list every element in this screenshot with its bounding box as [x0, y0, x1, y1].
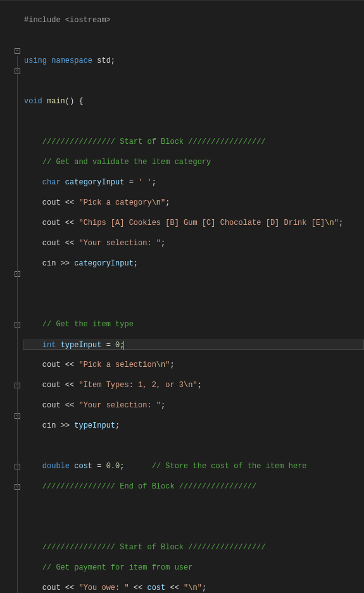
text-cursor [123, 341, 124, 350]
current-line: int typeInput = 0; [23, 340, 364, 350]
fold-toggle-icon[interactable]: − [15, 48, 20, 54]
preprocessor: #include [24, 16, 65, 25]
code-editor[interactable]: − − − − − − [0, 0, 364, 593]
gutter: − − − − − − [0, 1, 23, 593]
code-area[interactable]: #include <iostream> using namespace std;… [23, 1, 364, 593]
